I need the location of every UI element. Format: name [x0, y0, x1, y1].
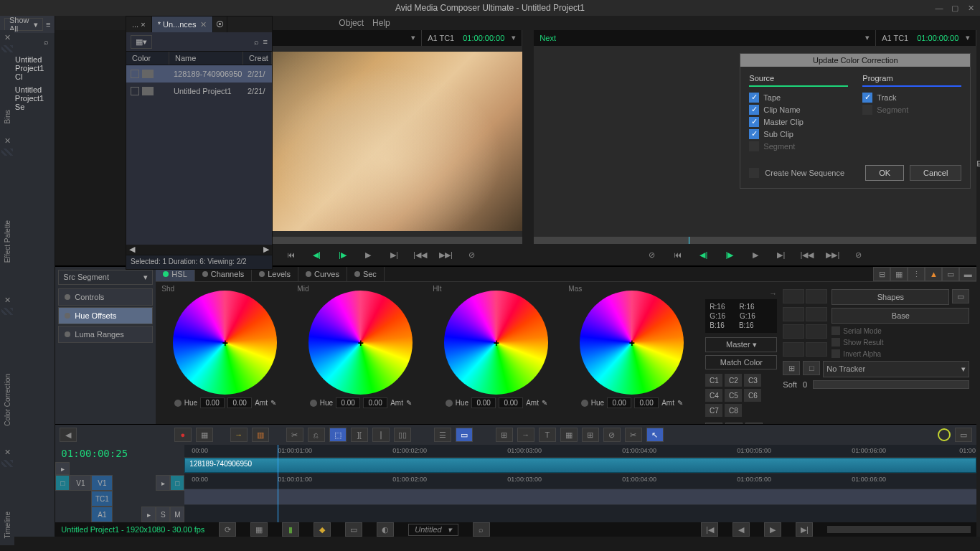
c3-button[interactable]: C3	[744, 374, 761, 387]
status-icon[interactable]: ◆	[314, 522, 331, 537]
nav-next-icon[interactable]: ▶	[764, 522, 781, 537]
timeline-ruler[interactable]: 00:00 01:00:01:00 01:00:02:00 01:00:03:0…	[184, 445, 976, 458]
eyedropper-icon[interactable]: ✎	[406, 399, 412, 407]
shadows-wheel[interactable]	[173, 291, 277, 395]
search-icon[interactable]: ⌕	[254, 37, 259, 46]
step-back-icon[interactable]: ⏮	[671, 248, 685, 262]
playhead[interactable]	[278, 445, 278, 522]
brush-icon[interactable]	[806, 307, 827, 321]
bin-tab-2[interactable]: * Un...nces✕	[152, 17, 214, 32]
hue-input[interactable]	[200, 397, 225, 408]
untitled-dropdown[interactable]: Untitled▾	[408, 524, 458, 536]
shape-poly-icon[interactable]	[783, 324, 804, 339]
disabled-icon[interactable]: ⊘	[645, 248, 659, 262]
tc1-track[interactable]: 00:00 01:00:01:00 01:00:02:00 01:00:03:0…	[184, 474, 976, 489]
ruler-toggle[interactable]: ▸	[55, 462, 70, 475]
bin-tab-menu[interactable]: ⦿	[213, 17, 227, 32]
solo-button[interactable]: S	[156, 507, 170, 522]
match-color-button[interactable]: Match Color	[705, 355, 777, 369]
a1-button[interactable]: A1	[91, 507, 113, 522]
search-icon[interactable]: ⌕	[473, 522, 490, 537]
enable-dot[interactable]	[581, 400, 588, 407]
status-icon[interactable]: ▮	[282, 522, 299, 537]
mark-out-icon[interactable]: |▶	[722, 248, 737, 262]
tc1-button[interactable]: TC1	[91, 491, 113, 507]
record-viewer-name[interactable]: Next▾	[534, 30, 876, 46]
hue-input[interactable]	[336, 397, 360, 408]
eyedropper-icon[interactable]: ✎	[542, 399, 547, 407]
hue-input[interactable]	[471, 397, 496, 408]
play-icon[interactable]: ▶	[748, 248, 763, 262]
sat-input[interactable]	[363, 397, 387, 408]
goto-end-icon[interactable]: ▶▶|	[826, 248, 840, 262]
clip-name-checkbox[interactable]: ✓	[749, 105, 759, 115]
sat-input[interactable]	[634, 397, 659, 408]
drag-handle-icon[interactable]	[1, 308, 13, 315]
close-panel-icon[interactable]: ✕	[4, 296, 11, 305]
bin-tab-1[interactable]: ... ×	[126, 17, 152, 32]
eyedropper-icon[interactable]: ✎	[270, 399, 276, 407]
scroll-right[interactable]: ▶	[260, 245, 272, 255]
drag-handle-icon[interactable]	[1, 149, 13, 156]
cancel-button[interactable]: Cancel	[910, 165, 961, 181]
tracker-toggle[interactable]: □	[803, 361, 820, 375]
bin-row[interactable]: Untitled Project1 2/21/	[126, 83, 272, 100]
maximize-button[interactable]: ▢	[948, 2, 961, 14]
nav-first-icon[interactable]: |◀	[701, 522, 718, 537]
play-icon[interactable]: ▶	[361, 248, 375, 262]
controls-button[interactable]: Controls	[58, 288, 153, 306]
status-icon[interactable]: ◐	[377, 522, 394, 537]
bins-menu-icon[interactable]: ≡	[46, 20, 50, 29]
tracker-icon[interactable]: ⊞	[783, 361, 800, 375]
pen-icon[interactable]	[806, 324, 827, 339]
record-scrub-bar[interactable]	[534, 237, 976, 244]
tl-loop-icon[interactable]	[938, 428, 951, 441]
nav-last-icon[interactable]: ▶|	[796, 522, 813, 537]
status-icon[interactable]: ▭	[345, 522, 362, 537]
close-panel-icon[interactable]: ✕	[4, 448, 11, 457]
sec-tab[interactable]: Sec	[347, 267, 385, 281]
minimize-button[interactable]: —	[933, 2, 946, 14]
scroll-left[interactable]: ◀	[126, 245, 138, 255]
status-icon[interactable]: ▦	[250, 522, 268, 537]
master-dropdown[interactable]: Master ▾	[705, 337, 777, 352]
bin-row[interactable]: 128189-740906950 2/21/	[126, 65, 272, 83]
v1-rec-button[interactable]: V1	[91, 475, 113, 491]
c6-button[interactable]: C6	[744, 389, 761, 402]
shape-other-icon[interactable]	[783, 342, 804, 357]
mark-out-icon[interactable]: |▶	[335, 248, 349, 262]
goto-end-icon[interactable]: ▶▶|	[438, 248, 453, 262]
col-color[interactable]: Color	[126, 52, 169, 65]
c5-button[interactable]: C5	[725, 389, 742, 402]
sat-input[interactable]	[499, 397, 523, 408]
search-icon[interactable]: ⌕	[44, 37, 49, 46]
a1-track[interactable]	[184, 489, 976, 504]
no-tracker-dropdown[interactable]: No Tracker▾	[823, 361, 969, 377]
menu-help[interactable]: Help	[372, 18, 390, 28]
nav-prev-icon[interactable]: ◀	[732, 522, 750, 537]
v1-track[interactable]: 128189-740906950	[184, 458, 976, 473]
effects-workspace[interactable]: ✨ EFFECTS	[976, 140, 980, 168]
goto-out-icon[interactable]: ▶|	[387, 248, 401, 262]
tape-checkbox[interactable]: ✓	[749, 93, 759, 103]
goto-start-icon[interactable]: |◀◀	[413, 248, 427, 262]
luma-ranges-button[interactable]: Luma Ranges	[58, 326, 153, 343]
disabled-icon[interactable]: ⊘	[464, 248, 479, 262]
base-button[interactable]: Base	[831, 308, 969, 324]
master-wheel[interactable]	[580, 291, 684, 395]
c4-button[interactable]: C4	[705, 389, 722, 402]
view-mode-dropdown[interactable]: ▦▾	[131, 35, 152, 49]
cc-tool-icon[interactable]: ▬	[959, 267, 976, 281]
src-segment-dropdown[interactable]: Src Segment▾	[58, 270, 153, 285]
sub-clip-checkbox[interactable]: ✓	[749, 129, 759, 139]
c2-button[interactable]: C2	[725, 374, 742, 387]
status-icon[interactable]: ⟳	[219, 522, 236, 537]
bin-menu-icon[interactable]: ≡	[263, 37, 268, 46]
create-new-sequence-checkbox[interactable]	[749, 168, 759, 178]
tool-icon[interactable]	[806, 342, 827, 357]
shape-ellipse-icon[interactable]	[783, 307, 804, 321]
eyedropper-icon[interactable]: ✎	[677, 399, 683, 407]
c8-button[interactable]: C8	[725, 404, 742, 417]
invert-alpha-checkbox[interactable]	[831, 349, 840, 358]
serial-checkbox[interactable]	[831, 326, 840, 335]
